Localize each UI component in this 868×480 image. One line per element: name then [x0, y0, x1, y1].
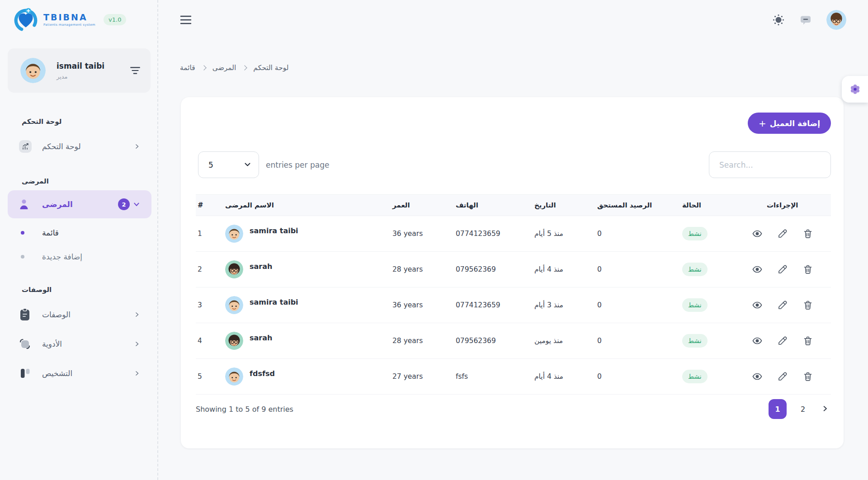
status-badge: نشط — [682, 298, 708, 312]
cell-balance: 0 — [595, 337, 680, 345]
entries-per-page-select[interactable]: 5 — [198, 151, 259, 178]
flower-icon — [849, 83, 861, 95]
cell-index: 3 — [196, 301, 225, 309]
col-header-index: # — [196, 201, 225, 209]
col-header-actions: الإجراءات — [752, 201, 831, 209]
cell-index: 4 — [196, 337, 225, 345]
sidebar-item-label: لوحة التحكم — [42, 142, 81, 151]
add-client-button[interactable]: + إضافة العميل — [748, 113, 831, 134]
breadcrumb: لوحة التحكم المرضى قائمة — [180, 64, 288, 72]
logo[interactable]: TBIBNA Patients management system v1.0 — [13, 6, 126, 33]
edit-button[interactable] — [777, 300, 788, 311]
cell-date: منذ 5 أيام — [533, 230, 595, 238]
delete-button[interactable] — [802, 228, 813, 239]
breadcrumb-dashboard[interactable]: لوحة التحكم — [253, 64, 288, 72]
breadcrumb-list[interactable]: قائمة — [180, 64, 195, 72]
status-badge: نشط — [682, 227, 708, 240]
chat-icon[interactable] — [799, 14, 812, 26]
col-header-status: الحالة — [680, 201, 752, 209]
brand-name: TBIBNA — [43, 12, 95, 22]
add-client-label: إضافة العميل — [770, 119, 820, 128]
theme-customizer-button[interactable] — [842, 76, 868, 103]
delete-button[interactable] — [802, 300, 813, 311]
section-prescriptions: الوصفات — [22, 286, 52, 294]
col-header-age: العمر — [391, 201, 454, 209]
edit-button[interactable] — [777, 335, 788, 346]
view-button[interactable] — [752, 264, 763, 275]
edit-button[interactable] — [777, 264, 788, 275]
plus-icon: + — [759, 119, 766, 128]
edit-button[interactable] — [777, 371, 788, 382]
bullet-icon — [21, 255, 24, 259]
user-role: مدير — [57, 73, 130, 80]
col-header-phone: الهاتف — [454, 201, 533, 209]
app-root: TBIBNA Patients management system v1.0 i… — [0, 0, 868, 480]
pagination: 1 2 — [769, 399, 831, 419]
page-1-button[interactable]: 1 — [769, 399, 787, 419]
delete-button[interactable] — [802, 264, 813, 275]
cell-age: 28 years — [391, 265, 454, 273]
view-button[interactable] — [752, 335, 763, 346]
cell-phone: 0774123659 — [454, 230, 533, 238]
sidebar-item-medications[interactable]: الأدوية — [8, 331, 151, 357]
cell-date: منذ 3 أيام — [533, 301, 595, 309]
status-badge: نشط — [682, 334, 708, 348]
view-button[interactable] — [752, 228, 763, 239]
sidebar-item-patients-list[interactable]: قائمة — [8, 224, 151, 242]
table-footer: Showing 1 to 5 of 9 entries 1 2 — [196, 399, 831, 419]
sidebar: TBIBNA Patients management system v1.0 i… — [0, 0, 158, 480]
user-name: ismail taibi — [57, 61, 130, 71]
sidebar-item-label: الأدوية — [42, 339, 62, 348]
patient-name: samira taibi — [250, 298, 298, 306]
heart-logo-icon — [13, 6, 39, 33]
patient-avatar — [225, 296, 243, 314]
sidebar-item-diagnosis[interactable]: التشخيص — [8, 361, 151, 386]
view-button[interactable] — [752, 371, 763, 382]
user-card[interactable]: ismail taibi مدير — [8, 48, 151, 93]
delete-button[interactable] — [802, 335, 813, 346]
chevron-right-icon — [134, 312, 140, 317]
status-badge: نشط — [682, 263, 708, 276]
menu-toggle-icon[interactable] — [180, 14, 192, 26]
sidebar-item-prescriptions[interactable]: الوصفات — [8, 302, 151, 327]
patient-avatar — [225, 225, 243, 243]
medications-icon — [19, 338, 31, 350]
delete-button[interactable] — [802, 371, 813, 382]
edit-button[interactable] — [777, 228, 788, 239]
sidebar-item-label: إضافة جديدة — [42, 252, 82, 261]
sidebar-item-label: التشخيص — [42, 369, 72, 378]
clipboard-icon — [19, 308, 31, 321]
sidebar-item-patients-add[interactable]: إضافة جديدة — [8, 248, 151, 266]
cell-balance: 0 — [595, 372, 680, 381]
chart-icon — [19, 140, 32, 153]
view-button[interactable] — [752, 300, 763, 311]
profile-avatar[interactable] — [826, 10, 846, 30]
sidebar-item-patients[interactable]: المرضى 2 — [8, 190, 151, 218]
search-input[interactable] — [709, 151, 831, 178]
sidebar-item-dashboard[interactable]: لوحة التحكم — [8, 134, 151, 159]
patient-name: fdsfsd — [250, 369, 275, 378]
cell-phone: 079562369 — [454, 265, 533, 273]
cell-index: 5 — [196, 372, 225, 381]
patients-count-badge: 2 — [118, 198, 130, 210]
sidebar-item-label: قائمة — [42, 228, 59, 237]
cell-index: 1 — [196, 230, 225, 238]
person-icon — [19, 198, 29, 210]
cell-age: 36 years — [391, 230, 454, 238]
next-page-button[interactable] — [819, 403, 831, 415]
cell-phone: 0774123659 — [454, 301, 533, 309]
cell-index: 2 — [196, 265, 225, 273]
theme-toggle-sun-icon[interactable] — [772, 14, 785, 26]
patients-table: # الاسم المرضى العمر الهاتف التاريخ الرص… — [196, 194, 831, 395]
breadcrumb-patients[interactable]: المرضى — [212, 64, 236, 72]
sidebar-item-label: المرضى — [42, 200, 73, 209]
section-patients: المرضى — [22, 177, 49, 185]
patient-avatar — [225, 260, 243, 278]
bullet-icon — [21, 231, 24, 235]
cell-date: منذ 4 أيام — [533, 265, 595, 273]
cell-balance: 0 — [595, 265, 680, 273]
entries-per-page-label: entries per page — [266, 160, 329, 169]
page-2-button[interactable]: 2 — [794, 399, 812, 419]
sidebar-collapse-icon[interactable] — [130, 66, 141, 75]
patient-name: sarah — [250, 262, 272, 271]
